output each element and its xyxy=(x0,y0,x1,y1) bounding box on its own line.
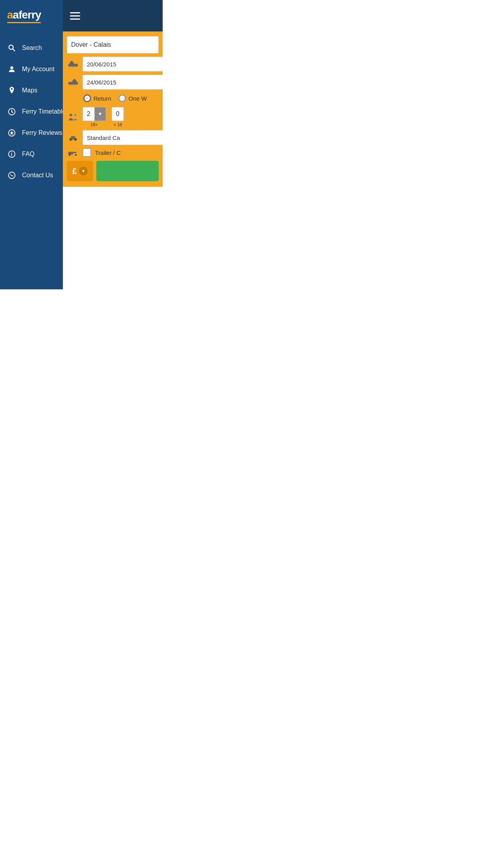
hamburger-menu-button[interactable] xyxy=(70,12,80,20)
oneway-radio[interactable] xyxy=(118,94,126,102)
return-date-row xyxy=(67,75,159,90)
sidebar-label-faq: FAQ xyxy=(22,151,35,158)
svg-rect-19 xyxy=(72,84,73,85)
header: aaferry xyxy=(0,0,163,31)
svg-point-23 xyxy=(70,139,72,141)
search-icon xyxy=(7,43,17,53)
sidebar-label-maps: Maps xyxy=(22,87,37,94)
route-input[interactable] xyxy=(67,36,159,53)
star-icon xyxy=(7,128,17,138)
sidebar-item-ferry-reviews[interactable]: Ferry Reviews xyxy=(0,122,63,143)
svg-text:i: i xyxy=(11,152,12,157)
trailer-checkbox[interactable] xyxy=(83,148,91,157)
adults-selector: 2 ▼ 18+ xyxy=(83,107,106,127)
adults-value: 2 xyxy=(83,107,95,121)
route-row xyxy=(67,36,159,53)
svg-point-2 xyxy=(10,66,13,69)
currency-button[interactable]: £ ▼ xyxy=(67,161,93,181)
logo-area: aaferry xyxy=(0,0,63,31)
return-radio[interactable] xyxy=(83,94,91,102)
sidebar-item-ferry-timetables[interactable]: Ferry Timetables xyxy=(0,101,63,122)
passengers-icon xyxy=(67,113,79,121)
sidebar-label-contact-us: Contact Us xyxy=(22,172,53,179)
hamburger-line xyxy=(70,12,80,13)
outbound-ferry-icon xyxy=(67,60,79,68)
car-icon xyxy=(67,134,79,141)
sidebar-label-my-account: My Account xyxy=(22,66,55,73)
svg-point-21 xyxy=(70,114,72,116)
bottom-actions-row: £ ▼ xyxy=(67,161,159,181)
hamburger-line xyxy=(70,18,80,20)
trailer-row: Trailer / C xyxy=(67,148,159,157)
svg-rect-18 xyxy=(69,84,71,85)
search-submit-button[interactable] xyxy=(96,161,159,181)
svg-rect-13 xyxy=(72,66,73,67)
svg-point-27 xyxy=(75,154,77,156)
sidebar-item-search[interactable]: Search xyxy=(0,37,63,59)
children-select-box[interactable]: 0 xyxy=(112,107,124,121)
svg-rect-17 xyxy=(73,79,75,81)
phone-icon xyxy=(7,171,17,180)
adults-select: 2 ▼ 18+ xyxy=(83,107,106,127)
info-icon: i xyxy=(7,149,17,159)
main-content: Search My Account Maps xyxy=(0,31,163,289)
svg-point-22 xyxy=(74,114,76,116)
adults-arrow-icon[interactable]: ▼ xyxy=(95,107,106,121)
svg-rect-25 xyxy=(68,152,73,154)
svg-line-1 xyxy=(13,49,15,51)
oneway-label: One W xyxy=(128,95,147,102)
passengers-row: 2 ▼ 18+ 0 < 18 xyxy=(67,107,159,127)
header-menu xyxy=(63,0,163,31)
sidebar-item-faq[interactable]: i FAQ xyxy=(0,143,63,165)
trailer-icon xyxy=(67,149,79,156)
return-radio-option[interactable]: Return xyxy=(83,94,111,102)
return-date-input[interactable] xyxy=(83,75,163,90)
search-form: Return One W xyxy=(63,31,163,187)
return-ferry-icon xyxy=(67,78,79,86)
clock-icon xyxy=(7,107,17,116)
svg-rect-12 xyxy=(69,66,71,67)
sidebar-label-ferry-reviews: Ferry Reviews xyxy=(22,129,62,136)
sidebar-item-contact-us[interactable]: Contact Us xyxy=(0,165,63,186)
location-icon xyxy=(7,86,17,95)
person-icon xyxy=(7,64,17,74)
sidebar-item-my-account[interactable]: My Account xyxy=(0,59,63,80)
currency-symbol: £ xyxy=(72,167,77,176)
return-label: Return xyxy=(94,95,111,102)
logo: aaferry xyxy=(7,9,41,23)
logo-underline xyxy=(7,22,41,23)
content-area xyxy=(63,187,163,289)
outbound-date-row xyxy=(67,57,159,72)
sidebar-item-maps[interactable]: Maps xyxy=(0,80,63,101)
app-name: aaferry xyxy=(7,9,41,21)
sidebar-label-ferry-timetables: Ferry Timetables xyxy=(22,108,69,115)
svg-point-26 xyxy=(69,154,70,156)
oneway-radio-option[interactable]: One W xyxy=(118,94,147,102)
sidebar-label-search: Search xyxy=(22,44,42,51)
children-value: 0 xyxy=(112,107,124,121)
vehicle-input[interactable] xyxy=(83,130,163,145)
trailer-checkbox-row: Trailer / C xyxy=(83,148,121,157)
trip-type-row: Return One W xyxy=(67,93,159,104)
svg-rect-11 xyxy=(71,61,73,63)
sidebar: Search My Account Maps xyxy=(0,31,63,289)
adults-label: 18+ xyxy=(91,122,98,127)
currency-dropdown-icon: ▼ xyxy=(79,167,88,175)
svg-point-4 xyxy=(11,111,13,112)
right-panel: Return One W xyxy=(63,31,163,289)
outbound-date-input[interactable] xyxy=(83,57,163,72)
vehicle-row xyxy=(67,130,159,145)
children-label: < 18 xyxy=(114,122,122,127)
svg-rect-20 xyxy=(75,84,76,85)
hamburger-line xyxy=(70,15,80,17)
trailer-label: Trailer / C xyxy=(95,149,121,156)
adults-select-box[interactable]: 2 ▼ xyxy=(83,107,106,121)
svg-point-24 xyxy=(75,139,77,141)
svg-point-8 xyxy=(9,172,15,179)
children-select: 0 < 18 xyxy=(112,107,124,127)
svg-rect-14 xyxy=(75,66,76,67)
